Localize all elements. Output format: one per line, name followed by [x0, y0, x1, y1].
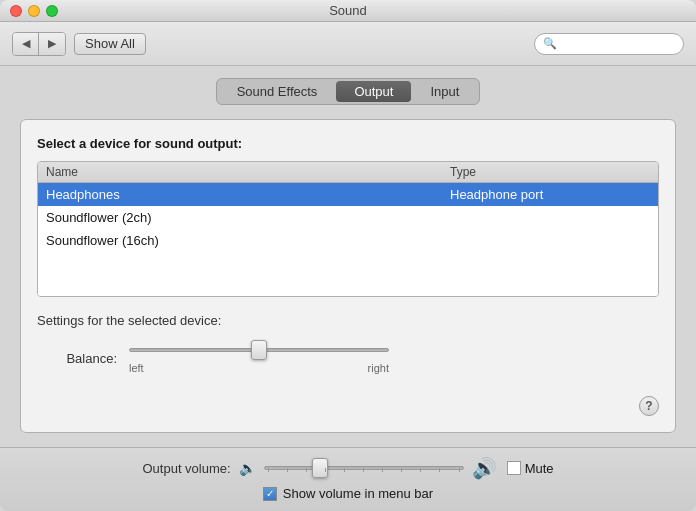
panel: Select a device for sound output: Name T…	[20, 119, 676, 433]
device-table: Name Type Headphones Headphone port Soun…	[37, 161, 659, 297]
balance-slider-container: left right	[129, 342, 389, 374]
tabs: Sound Effects Output Input	[216, 78, 481, 105]
main-content: Sound Effects Output Input Select a devi…	[0, 66, 696, 447]
volume-ticks	[264, 468, 464, 472]
balance-row: Balance: left right	[57, 342, 659, 374]
mute-label: Mute	[525, 461, 554, 476]
help-row: ?	[37, 388, 659, 416]
menu-bar-checkbox[interactable]: ✓	[263, 487, 277, 501]
col-type-header: Type	[450, 165, 650, 179]
window-controls	[10, 5, 58, 17]
tick	[325, 468, 326, 472]
menu-bar-row: ✓ Show volume in menu bar	[263, 486, 433, 501]
forward-button[interactable]: ▶	[39, 33, 65, 55]
tab-sound-effects[interactable]: Sound Effects	[219, 81, 336, 102]
tick	[420, 468, 421, 472]
device-type: Headphone port	[450, 187, 650, 202]
show-all-button[interactable]: Show All	[74, 33, 146, 55]
menu-bar-label: Show volume in menu bar	[283, 486, 433, 501]
tab-output[interactable]: Output	[336, 81, 411, 102]
balance-slider-thumb[interactable]	[251, 340, 267, 360]
col-name-header: Name	[46, 165, 450, 179]
search-box[interactable]: 🔍	[534, 33, 684, 55]
table-row[interactable]: Soundflower (16ch)	[38, 229, 658, 252]
back-button[interactable]: ◀	[13, 33, 39, 55]
balance-label: Balance:	[57, 351, 117, 366]
window-title: Sound	[329, 3, 367, 18]
device-name: Soundflower (2ch)	[46, 210, 450, 225]
table-header: Name Type	[38, 162, 658, 183]
balance-slider-track[interactable]	[129, 342, 389, 358]
tab-input[interactable]: Input	[412, 81, 477, 102]
tick	[306, 468, 307, 472]
tick	[268, 468, 269, 472]
table-row-empty	[38, 274, 658, 296]
volume-slider[interactable]	[264, 460, 464, 476]
mute-checkbox[interactable]	[507, 461, 521, 475]
toolbar: ◀ ▶ Show All 🔍	[0, 22, 696, 66]
table-body: Headphones Headphone port Soundflower (2…	[38, 183, 658, 296]
tick	[344, 468, 345, 472]
table-row[interactable]: Soundflower (2ch)	[38, 206, 658, 229]
tick	[459, 468, 460, 472]
nav-buttons: ◀ ▶	[12, 32, 66, 56]
device-type	[450, 233, 650, 248]
panel-heading: Select a device for sound output:	[37, 136, 659, 151]
tabs-container: Sound Effects Output Input	[20, 78, 676, 105]
balance-right-label: right	[368, 362, 389, 374]
bottom-bar: Output volume: 🔈	[0, 447, 696, 511]
tick	[439, 468, 440, 472]
tick	[401, 468, 402, 472]
table-row[interactable]: Headphones Headphone port	[38, 183, 658, 206]
help-button[interactable]: ?	[639, 396, 659, 416]
settings-label: Settings for the selected device:	[37, 313, 659, 328]
minimize-button[interactable]	[28, 5, 40, 17]
tick	[382, 468, 383, 472]
title-bar: Sound	[0, 0, 696, 22]
device-name: Headphones	[46, 187, 450, 202]
balance-slider-labels: left right	[129, 362, 389, 374]
close-button[interactable]	[10, 5, 22, 17]
tick	[287, 468, 288, 472]
device-type	[450, 210, 650, 225]
device-name: Soundflower (16ch)	[46, 233, 450, 248]
mute-row: Mute	[507, 461, 554, 476]
check-icon: ✓	[266, 488, 274, 499]
volume-high-icon: 🔊	[472, 456, 497, 480]
volume-row: Output volume: 🔈	[142, 456, 496, 480]
volume-low-icon: 🔈	[239, 460, 256, 476]
maximize-button[interactable]	[46, 5, 58, 17]
search-icon: 🔍	[543, 37, 557, 50]
tick	[363, 468, 364, 472]
table-row-empty	[38, 252, 658, 274]
balance-left-label: left	[129, 362, 144, 374]
output-volume-label: Output volume:	[142, 461, 230, 476]
